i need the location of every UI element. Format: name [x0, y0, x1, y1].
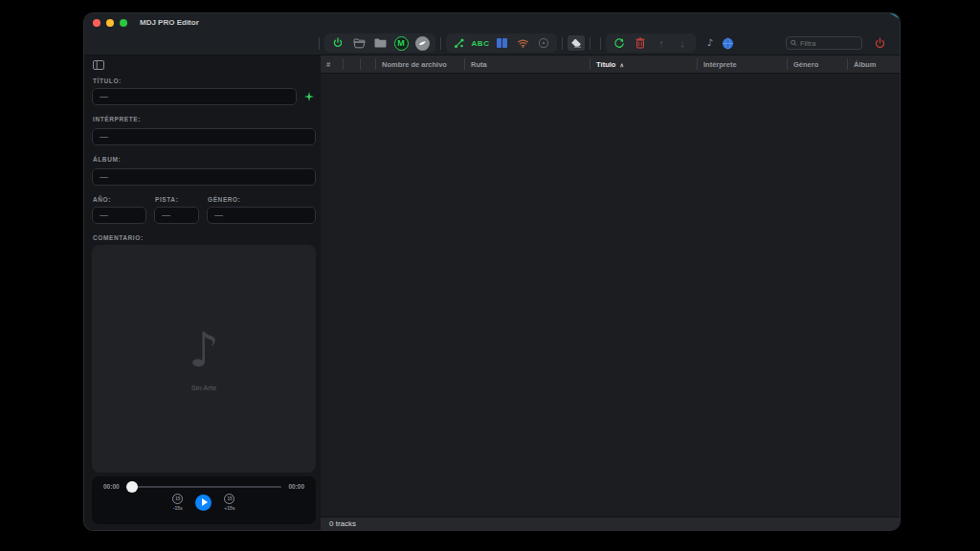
column-header-title-label: Título — [596, 60, 615, 69]
serato-button[interactable] — [413, 35, 431, 51]
skip-back-label: -15s — [173, 505, 183, 511]
skip-forward-button[interactable]: 15 +15s — [224, 494, 234, 511]
online-lookup-button[interactable] — [719, 35, 736, 51]
sidebar-toggle-button[interactable] — [93, 60, 104, 70]
rename-abc-button[interactable]: ABC — [472, 35, 489, 51]
app-window: MDJ PRO Editor M — [84, 13, 900, 530]
music-note-placeholder-icon: ♪ — [189, 326, 219, 374]
skip-back-button[interactable]: 15 -15s — [172, 494, 183, 511]
globe-icon — [722, 37, 734, 50]
delete-button[interactable] — [632, 35, 649, 51]
power-import-icon — [332, 37, 344, 49]
open-folder-icon — [353, 38, 366, 49]
move-up-button[interactable]: ↑ — [653, 35, 670, 51]
sidebar-toggle-icon — [93, 60, 104, 70]
eraser-icon — [570, 38, 582, 48]
quit-power-button[interactable] — [871, 35, 888, 51]
table-body[interactable] — [321, 74, 900, 517]
seek-slider-thumb[interactable] — [126, 481, 138, 493]
refresh-button[interactable] — [611, 35, 628, 51]
titlebar: MDJ PRO Editor — [84, 13, 900, 32]
album-art-placeholder[interactable]: ♪ Sin Arte — [92, 245, 316, 473]
column-header-title[interactable]: Título ∧ — [590, 58, 697, 70]
zoom-window-button[interactable] — [120, 19, 127, 27]
column-header-album[interactable]: Álbum — [847, 58, 900, 70]
filter-search-field[interactable] — [786, 36, 862, 50]
album-input[interactable] — [92, 168, 316, 186]
sort-ascending-icon: ∧ — [619, 61, 623, 68]
genero-label: GÉNERO: — [208, 196, 316, 203]
skip-back-icon: 15 — [172, 494, 183, 504]
wifi-button[interactable] — [514, 35, 531, 51]
analyze-button[interactable] — [451, 35, 468, 51]
serato-glyph-icon — [418, 39, 427, 48]
sparkle-icon — [304, 92, 314, 101]
elapsed-time: 00:00 — [103, 483, 120, 490]
move-down-button[interactable]: ↓ — [674, 35, 691, 51]
column-header-icon-2[interactable] — [360, 58, 375, 70]
play-icon — [202, 498, 208, 506]
toolbar-separator — [319, 37, 320, 50]
disc-button[interactable] — [535, 35, 552, 51]
columns-button[interactable] — [493, 35, 510, 51]
play-button[interactable] — [195, 495, 212, 511]
interprete-input[interactable] — [92, 128, 316, 145]
mixedinkey-button[interactable]: M — [392, 35, 410, 51]
open-folder-button[interactable] — [350, 35, 368, 51]
search-input[interactable] — [800, 39, 858, 48]
window-title: MDJ PRO Editor — [140, 18, 199, 27]
wifi-icon — [517, 38, 529, 48]
interprete-label: INTÉRPRETE: — [93, 116, 316, 122]
track-count: 0 tracks — [329, 519, 356, 528]
toolbar-group-list: ↑ ↓ — [606, 33, 696, 53]
track-table: # Nombre de archivo Ruta Título ∧ Intérp… — [321, 55, 900, 530]
titulo-label: TÍTULO: — [93, 77, 316, 84]
content: TÍTULO: INTÉRPRETE: ÁLBUM: AÑO: — [84, 55, 900, 530]
album-label: ÁLBUM: — [93, 156, 316, 163]
trash-icon — [635, 37, 645, 49]
share-nodes-icon — [454, 37, 465, 49]
pista-input[interactable] — [154, 207, 199, 224]
suggest-title-button[interactable] — [301, 89, 316, 104]
ano-input[interactable] — [92, 207, 146, 224]
seek-slider[interactable] — [126, 486, 282, 488]
column-header-icon-1[interactable] — [343, 58, 360, 70]
skip-forward-icon: 15 — [224, 494, 234, 504]
clear-tags-button[interactable] — [568, 35, 585, 51]
move-up-icon: ↑ — [658, 38, 664, 49]
minimize-window-button[interactable] — [106, 19, 114, 27]
comentario-label: COMENTARIO: — [93, 234, 316, 241]
library-folder-button[interactable] — [371, 35, 389, 51]
toolbar-separator — [562, 37, 563, 50]
close-window-button[interactable] — [93, 19, 100, 27]
titulo-input[interactable] — [92, 88, 297, 105]
column-header-number[interactable]: # — [321, 58, 343, 70]
toolbar-separator — [590, 37, 590, 50]
remaining-time: 00:00 — [288, 483, 304, 490]
disc-icon — [538, 37, 549, 49]
track-info-button[interactable]: ♪ — [702, 35, 719, 51]
power-icon — [874, 37, 886, 50]
column-header-genre[interactable]: Género — [787, 58, 847, 70]
genero-input[interactable] — [207, 207, 316, 224]
columns-icon — [497, 38, 507, 48]
no-art-text: Sin Arte — [191, 384, 216, 392]
search-icon — [791, 39, 797, 47]
column-header-filename[interactable]: Nombre de archivo — [375, 58, 464, 70]
toolbar: M ABC — [84, 32, 900, 55]
column-header-path[interactable]: Ruta — [464, 58, 590, 70]
preview-player: 00:00 00:00 15 -15s 15 — [92, 476, 316, 524]
tag-editor-sidebar: TÍTULO: INTÉRPRETE: ÁLBUM: AÑO: — [84, 55, 321, 530]
refresh-icon — [613, 37, 625, 49]
window-controls — [93, 19, 127, 27]
column-header-artist[interactable]: Intérprete — [697, 58, 787, 70]
import-button[interactable] — [329, 35, 346, 51]
status-bar: 0 tracks — [321, 517, 900, 530]
abc-icon: ABC — [472, 39, 490, 48]
serato-badge — [415, 36, 430, 51]
ano-label: AÑO: — [93, 196, 146, 203]
move-down-icon: ↓ — [679, 38, 685, 49]
pista-label: PISTA: — [155, 196, 199, 203]
table-header: # Nombre de archivo Ruta Título ∧ Intérp… — [321, 55, 900, 74]
toolbar-separator — [600, 37, 601, 50]
